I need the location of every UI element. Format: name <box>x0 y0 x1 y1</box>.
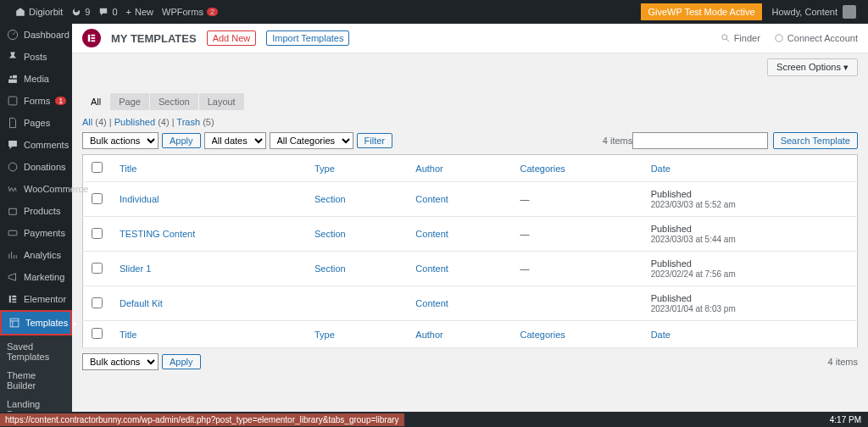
row-author-link[interactable]: Content <box>415 194 448 204</box>
row-title-link[interactable]: TESTING Content <box>120 229 195 239</box>
tablenav-top: Bulk actions Apply All dates All Categor… <box>82 132 632 149</box>
filter-published[interactable]: Published <box>114 117 155 127</box>
svg-point-20 <box>776 35 782 42</box>
col-author[interactable]: Author <box>407 155 511 182</box>
row-checkbox[interactable] <box>92 193 103 204</box>
categories-select[interactable]: All Categories <box>270 132 353 149</box>
row-date: Published2023/03/03 at 5:52 am <box>643 182 858 217</box>
comments-icon[interactable]: 0 <box>98 7 117 17</box>
import-templates-button[interactable]: Import Templates <box>266 30 349 46</box>
bulk-apply-button[interactable]: Apply <box>162 133 201 148</box>
row-categories <box>512 286 643 321</box>
col-title-foot[interactable]: Title <box>111 321 306 348</box>
sidebar-item-marketing[interactable]: Marketing <box>0 266 72 288</box>
row-categories: — <box>512 217 643 252</box>
col-type-foot[interactable]: Type <box>306 321 407 348</box>
table-row: Default Kit Content Published2023/01/04 … <box>83 286 858 321</box>
submenu-theme-builder[interactable]: Theme Builder <box>0 366 72 395</box>
sidebar-item-woocommerce[interactable]: WooCommerce <box>0 178 72 200</box>
row-title-link[interactable]: Default Kit <box>120 298 163 308</box>
row-author-link[interactable]: Content <box>415 229 448 239</box>
sidebar-item-templates[interactable]: Templates▸ <box>0 310 72 336</box>
row-categories: — <box>512 182 643 217</box>
search-button[interactable]: Search Template <box>773 132 858 149</box>
select-all-checkbox[interactable] <box>92 162 103 173</box>
wpforms-adminbar[interactable]: WPForms 2 <box>162 7 218 17</box>
screen-options-button[interactable]: Screen Options ▾ <box>767 58 858 76</box>
add-new-button[interactable]: Add New <box>207 30 257 46</box>
filter-button[interactable]: Filter <box>357 133 392 148</box>
row-checkbox[interactable] <box>92 297 103 308</box>
row-checkbox[interactable] <box>92 228 103 239</box>
sidebar-item-pages[interactable]: Pages <box>0 112 72 134</box>
sidebar-item-forms[interactable]: Forms1 <box>0 90 72 112</box>
sidebar-item-products[interactable]: Products <box>0 200 72 222</box>
tab-layout[interactable]: Layout <box>199 93 244 110</box>
svg-point-19 <box>721 35 726 40</box>
col-date[interactable]: Date <box>643 155 858 182</box>
col-categories-foot[interactable]: Categories <box>512 321 643 348</box>
sidebar-item-payments[interactable]: Payments <box>0 222 72 244</box>
give-test-mode-badge[interactable]: GiveWP Test Mode Active <box>641 3 761 20</box>
svg-rect-5 <box>8 97 17 105</box>
new-content[interactable]: + New <box>126 7 153 17</box>
site-name[interactable]: Digiorbit <box>15 7 63 17</box>
row-type-link[interactable]: Section <box>314 194 346 204</box>
svg-point-6 <box>8 163 17 171</box>
row-author-link[interactable]: Content <box>415 263 448 274</box>
row-title-link[interactable]: Slider 1 <box>120 263 151 274</box>
filter-trash[interactable]: Trash <box>176 117 200 127</box>
svg-rect-9 <box>9 296 11 302</box>
submenu-saved-templates[interactable]: Saved Templates <box>0 337 72 366</box>
search-input[interactable] <box>632 132 768 149</box>
sidebar-item-media[interactable]: Media <box>0 68 72 90</box>
svg-rect-11 <box>12 298 16 300</box>
sidebar-item-elementor[interactable]: Elementor <box>0 288 72 310</box>
admin-bar: Digiorbit 9 0 + New WPForms 2 GiveWP Tes… <box>0 0 868 24</box>
sidebar-item-donations[interactable]: Donations <box>0 156 72 178</box>
elementor-icon <box>7 293 19 305</box>
tab-page[interactable]: Page <box>110 93 149 110</box>
svg-rect-10 <box>12 296 16 297</box>
row-type-link[interactable]: Section <box>314 263 346 274</box>
sidebar-item-analytics[interactable]: Analytics <box>0 244 72 266</box>
pages-icon <box>7 117 19 129</box>
bulk-actions-select[interactable]: Bulk actions <box>82 132 159 149</box>
row-checkbox[interactable] <box>92 263 103 274</box>
page-title: MY TEMPLATES <box>111 32 197 45</box>
admin-menu: Dashboard Posts Media Forms1 Pages Comme… <box>0 24 72 427</box>
sidebar-item-posts[interactable]: Posts <box>0 46 72 68</box>
svg-rect-4 <box>8 80 17 83</box>
table-row: Slider 1 Section Content — Published2023… <box>83 252 858 286</box>
select-all-checkbox-foot[interactable] <box>92 328 103 339</box>
col-date-foot[interactable]: Date <box>643 321 858 348</box>
bulk-apply-button-bottom[interactable]: Apply <box>162 354 201 369</box>
row-type-link[interactable]: Section <box>314 229 346 239</box>
updates-icon[interactable]: 9 <box>71 7 90 17</box>
finder-link[interactable]: Finder <box>721 33 760 43</box>
howdy-account[interactable]: Howdy, Content <box>767 5 861 19</box>
forms-icon <box>7 95 19 107</box>
page-header: MY TEMPLATES Add New Import Templates Fi… <box>72 24 868 53</box>
col-title[interactable]: Title <box>111 155 306 182</box>
col-type[interactable]: Type <box>306 155 407 182</box>
col-author-foot[interactable]: Author <box>407 321 511 348</box>
tab-section[interactable]: Section <box>150 93 198 110</box>
sidebar-item-dashboard[interactable]: Dashboard <box>0 24 72 46</box>
elementor-logo-icon <box>82 29 101 47</box>
bulk-actions-select-bottom[interactable]: Bulk actions <box>82 353 159 370</box>
row-title-link[interactable]: Individual <box>120 194 159 204</box>
col-categories[interactable]: Categories <box>512 155 643 182</box>
filter-all[interactable]: All <box>82 117 92 127</box>
tab-all[interactable]: All <box>82 93 109 110</box>
svg-rect-13 <box>10 319 19 327</box>
comments-icon <box>7 139 19 151</box>
row-author-link[interactable]: Content <box>415 298 448 308</box>
templates-icon <box>8 317 20 329</box>
dates-select[interactable]: All dates <box>204 132 266 149</box>
svg-rect-18 <box>91 40 95 42</box>
svg-rect-16 <box>91 35 95 36</box>
sidebar-item-comments[interactable]: Comments <box>0 134 72 156</box>
donations-icon <box>7 161 19 173</box>
connect-account-link[interactable]: Connect Account <box>774 33 858 43</box>
